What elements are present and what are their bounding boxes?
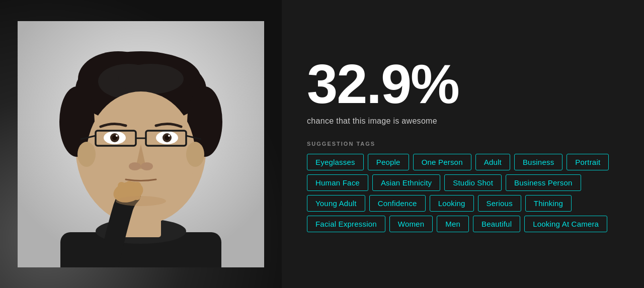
results-panel: 32.9% chance that this image is awesome … (282, 0, 644, 288)
tag-item[interactable]: Thinking (525, 195, 572, 212)
svg-point-14 (118, 64, 184, 94)
tag-item[interactable]: Business (514, 154, 562, 170)
tag-item[interactable]: Confidence (369, 195, 426, 212)
tag-item[interactable]: Human Face (307, 174, 368, 191)
tag-item[interactable]: Beautiful (473, 216, 520, 232)
tag-item[interactable]: Asian Ethnicity (372, 174, 440, 191)
awesome-subtitle: chance that this image is awesome (307, 117, 619, 126)
svg-point-25 (168, 135, 170, 137)
tag-item[interactable]: Portrait (567, 154, 609, 170)
tag-item[interactable]: Serious (478, 195, 521, 212)
svg-point-37 (116, 196, 166, 206)
tag-item[interactable]: One Person (413, 154, 471, 170)
main-photo (18, 21, 264, 267)
tag-item[interactable]: Men (437, 216, 469, 232)
tag-item[interactable]: Eyeglasses (307, 154, 364, 170)
svg-point-17 (186, 142, 204, 167)
tag-item[interactable]: Women (389, 216, 433, 232)
awesome-percentage: 32.9% (307, 56, 619, 112)
tag-item[interactable]: Looking At Camera (524, 216, 607, 232)
svg-point-21 (116, 135, 118, 137)
tag-item[interactable]: Adult (475, 154, 510, 170)
svg-point-16 (77, 142, 96, 167)
tag-item[interactable]: Business Person (506, 174, 581, 191)
tag-item[interactable]: Looking (430, 195, 474, 212)
tag-item[interactable]: Facial Expression (307, 216, 385, 232)
tag-item[interactable]: Studio Shot (444, 174, 502, 191)
image-panel (0, 0, 282, 288)
tag-item[interactable]: Young Adult (307, 195, 365, 212)
svg-point-31 (129, 162, 141, 170)
tags-container: EyeglassesPeopleOne PersonAdultBusinessP… (307, 154, 619, 232)
svg-point-32 (141, 162, 153, 170)
tags-section-label: SUGGESTION TAGS (307, 141, 619, 147)
tag-item[interactable]: People (368, 154, 409, 170)
